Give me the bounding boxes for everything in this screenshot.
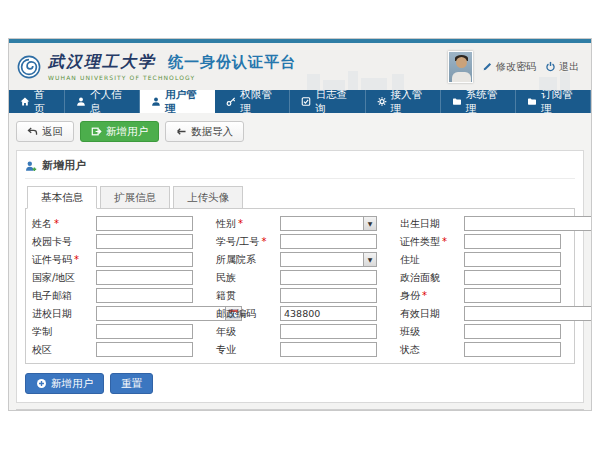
political-status-input[interactable] bbox=[464, 270, 561, 285]
field-label: 电子邮箱 bbox=[32, 289, 96, 303]
submit-add-user-button[interactable]: 新增用户 bbox=[25, 373, 104, 394]
nav-item-access[interactable]: 接入管理 bbox=[366, 90, 441, 113]
tab-extended-info[interactable]: 扩展信息 bbox=[100, 186, 170, 209]
import-arrow-icon bbox=[176, 126, 187, 137]
campus-card-no-input[interactable] bbox=[96, 234, 193, 249]
field-label: 国家/地区 bbox=[32, 271, 96, 285]
address-input[interactable] bbox=[464, 252, 561, 267]
field-label: 进校日期 bbox=[32, 307, 96, 321]
nav-item-label: 首页 bbox=[34, 88, 53, 116]
home-icon bbox=[20, 96, 30, 107]
identity-input[interactable] bbox=[464, 288, 561, 303]
nav-item-label: 个人信息 bbox=[90, 88, 128, 116]
user-table: 学号/工号姓名性别身份所属院系操作 bbox=[16, 409, 584, 410]
form-field-gender: 性别*▼ bbox=[216, 216, 384, 231]
main-nav: 首页个人信息用户管理权限管理日志查询接入管理系统管理订阅管理 bbox=[9, 90, 591, 113]
toolbar-add-user-button[interactable]: 新增用户 bbox=[80, 121, 159, 142]
form-field-native-place: 籍贯 bbox=[216, 288, 384, 303]
form-field-schooling-length: 学制 bbox=[32, 324, 200, 339]
reset-button[interactable]: 重置 bbox=[110, 373, 153, 394]
class-input[interactable] bbox=[464, 324, 561, 339]
department-select[interactable]: ▼ bbox=[280, 252, 377, 267]
valid-date-input[interactable] bbox=[464, 306, 591, 321]
nav-item-profile[interactable]: 个人信息 bbox=[65, 90, 140, 113]
field-label: 民族 bbox=[216, 271, 280, 285]
data-import-label: 数据导入 bbox=[191, 125, 233, 139]
country-region-input[interactable] bbox=[96, 270, 193, 285]
schooling-length-input[interactable] bbox=[96, 324, 193, 339]
field-label: 邮政编码 bbox=[216, 307, 280, 321]
campus-input[interactable] bbox=[96, 342, 193, 357]
back-arrow-icon bbox=[27, 126, 38, 137]
panel-title: 新增用户 bbox=[42, 158, 86, 173]
nav-item-system[interactable]: 系统管理 bbox=[441, 90, 516, 113]
postal-code-input[interactable] bbox=[280, 306, 377, 321]
nav-item-home[interactable]: 首页 bbox=[9, 90, 65, 113]
form-field-postal-code: 邮政编码 bbox=[216, 306, 384, 321]
grade-input[interactable] bbox=[280, 324, 377, 339]
ethnicity-input[interactable] bbox=[280, 270, 377, 285]
form-field-valid-date: 有效日期 bbox=[400, 306, 568, 321]
panel-title-bar: 新增用户 bbox=[25, 157, 575, 179]
toolbar: 返回 新增用户 数据导入 bbox=[16, 121, 584, 142]
field-label: 住址 bbox=[400, 253, 464, 267]
nav-item-label: 订阅管理 bbox=[541, 88, 579, 116]
form-field-name: 姓名* bbox=[32, 216, 200, 231]
folder-icon bbox=[452, 96, 462, 107]
back-button[interactable]: 返回 bbox=[16, 121, 74, 142]
required-asterisk: * bbox=[238, 218, 243, 229]
birth-date-input[interactable] bbox=[464, 216, 591, 231]
required-asterisk: * bbox=[442, 236, 447, 247]
required-asterisk: * bbox=[74, 254, 79, 265]
field-label: 姓名* bbox=[32, 217, 96, 231]
nav-item-subscription[interactable]: 订阅管理 bbox=[516, 90, 591, 113]
platform-title: 统一身份认证平台 bbox=[168, 53, 296, 72]
major-input[interactable] bbox=[280, 342, 377, 357]
folder-icon bbox=[527, 96, 537, 107]
native-place-input[interactable] bbox=[280, 288, 377, 303]
form-field-grade: 年级 bbox=[216, 324, 384, 339]
change-password-label: 修改密码 bbox=[496, 60, 536, 74]
nav-item-logs[interactable]: 日志查询 bbox=[290, 90, 365, 113]
log-icon bbox=[301, 96, 311, 107]
field-label: 学号/工号* bbox=[216, 235, 280, 249]
brand-text: 武汉理工大学 统一身份认证平台 WUHAN UNIVERSITY OF TECH… bbox=[48, 52, 296, 81]
field-label: 性别* bbox=[216, 217, 280, 231]
add-user-panel: 新增用户 基本信息扩展信息上传头像 姓名*性别*▼出生日期校园卡号学号/工号*证… bbox=[16, 150, 584, 403]
field-label: 班级 bbox=[400, 325, 464, 339]
logout-label: 退出 bbox=[559, 60, 579, 74]
field-label: 校园卡号 bbox=[32, 235, 96, 249]
student-no-input[interactable] bbox=[280, 234, 377, 249]
content-area: 返回 新增用户 数据导入 新增用户 基本信息扩展信息上传头像 姓名*性别*▼出生… bbox=[9, 113, 591, 410]
tab-basic-info[interactable]: 基本信息 bbox=[27, 186, 97, 209]
app-header: 武汉理工大学 统一身份认证平台 WUHAN UNIVERSITY OF TECH… bbox=[9, 43, 591, 90]
key-icon bbox=[226, 96, 236, 107]
university-name-en: WUHAN UNIVERSITY OF TECHNOLOGY bbox=[48, 74, 296, 81]
field-label: 出生日期 bbox=[400, 217, 464, 231]
change-password-link[interactable]: 修改密码 bbox=[482, 60, 536, 74]
nav-item-users[interactable]: 用户管理 bbox=[140, 90, 215, 113]
gear-icon bbox=[377, 96, 387, 107]
status-input[interactable] bbox=[464, 342, 561, 357]
name-input[interactable] bbox=[96, 216, 193, 231]
form-field-email: 电子邮箱 bbox=[32, 288, 200, 303]
logout-link[interactable]: 退出 bbox=[545, 60, 579, 74]
nav-item-label: 系统管理 bbox=[466, 88, 504, 116]
email-input[interactable] bbox=[96, 288, 193, 303]
form-field-ethnicity: 民族 bbox=[216, 270, 384, 285]
gender-select[interactable]: ▼ bbox=[280, 216, 377, 231]
user-icon bbox=[151, 96, 161, 107]
chevron-down-icon: ▼ bbox=[363, 253, 376, 266]
nav-item-permissions[interactable]: 权限管理 bbox=[215, 90, 290, 113]
field-label: 证件类型* bbox=[400, 235, 464, 249]
id-number-input[interactable] bbox=[96, 252, 193, 267]
id-type-input[interactable] bbox=[464, 234, 561, 249]
field-label: 专业 bbox=[216, 343, 280, 357]
form-field-id-number: 证件号码* bbox=[32, 252, 200, 267]
enroll-date-input[interactable] bbox=[96, 306, 225, 321]
pencil-icon bbox=[482, 61, 493, 72]
data-import-button[interactable]: 数据导入 bbox=[165, 121, 244, 142]
user-avatar[interactable] bbox=[448, 51, 473, 83]
avatar-shirt bbox=[452, 72, 471, 82]
tab-upload-avatar[interactable]: 上传头像 bbox=[173, 186, 243, 209]
